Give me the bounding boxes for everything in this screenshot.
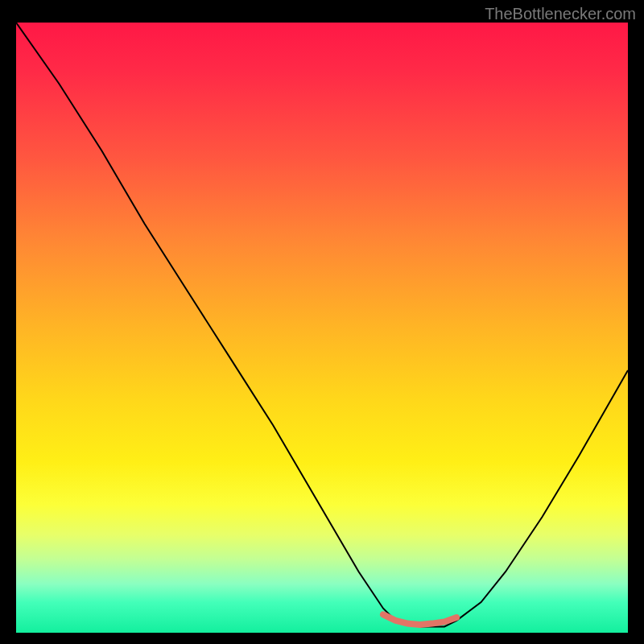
chart-svg [16,23,628,633]
sweet-spot-path [383,614,456,625]
bottleneck-chart [16,23,628,633]
watermark-label: TheBottleneсker.com [485,5,636,23]
bottleneck-curve-path [16,23,628,626]
